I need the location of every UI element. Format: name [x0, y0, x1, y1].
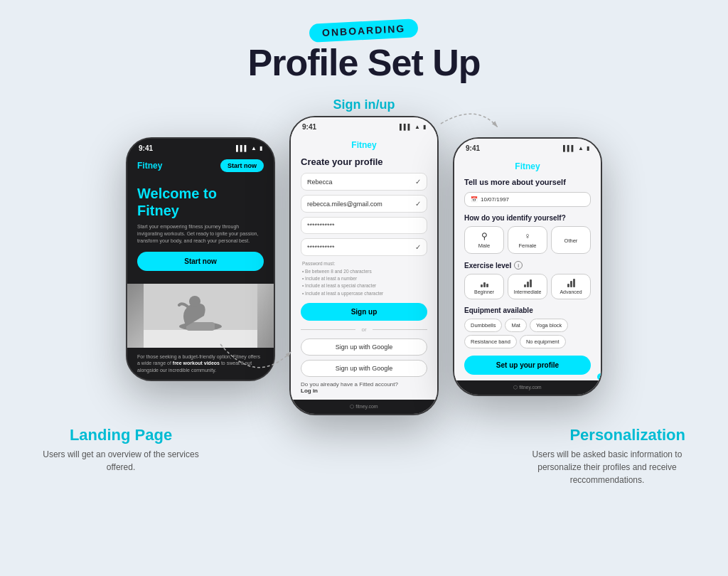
bar2: [483, 282, 486, 287]
phone2-body: Create your profile Rebecca ✓ rebecca.mi…: [291, 151, 437, 400]
phone2-footer: ⬡ fitney.com: [291, 400, 437, 414]
calendar-icon: 📅: [471, 196, 478, 203]
phone-personalization: 9:41 ▌▌▌ ▲ ▮ Fitney Tell us more about y…: [453, 137, 602, 396]
battery-icon: ▮: [259, 145, 262, 151]
phone1-status-icons: ▌▌▌ ▲ ▮: [236, 145, 262, 151]
signal-icon: ▌▌▌: [400, 124, 412, 130]
phone2-password2-field[interactable]: *********** ✓: [301, 238, 427, 256]
phone2-google-btn1[interactable]: Sign up with Google: [301, 338, 427, 356]
bar1: [481, 284, 483, 287]
phone1-cta-btn[interactable]: Start now: [137, 252, 264, 271]
personalization-desc: Users will be asked basic information to…: [529, 448, 685, 486]
equip-yoga-block[interactable]: Yoga block: [530, 319, 568, 332]
onboarding-badge: ONBOARDING: [309, 18, 419, 43]
phone1-desc: Start your empowering fitness journey th…: [137, 223, 264, 244]
phone3-date-input[interactable]: 📅 10/07/1997: [464, 192, 591, 207]
phone-signup: 9:41 ▌▌▌ ▲ ▮ Fitney Create your profile …: [289, 116, 439, 415]
phone3-title: Tell us more about yourself: [464, 178, 591, 186]
advanced-bars: [555, 279, 587, 287]
phone1-logo: Fitney: [137, 161, 162, 171]
level-advanced-btn[interactable]: Advanced: [551, 274, 591, 299]
gender-section-title: How do you identify yourself?: [464, 214, 591, 222]
male-icon: ⚲: [468, 231, 500, 241]
personalization-label: Personalization Users will be asked basi…: [529, 426, 685, 486]
battery-icon: ▮: [587, 145, 589, 151]
svg-point-4: [189, 296, 200, 307]
phone-landing: 9:41 ▌▌▌ ▲ ▮ Fitney Start now Welcome to…: [126, 137, 275, 381]
phone2-login-prompt: Do you already have a Fitted account? Lo…: [301, 381, 427, 394]
signal-icon: ▌▌▌: [563, 145, 575, 151]
blue-dot: [597, 373, 602, 380]
level-buttons: Beginner Intermediate: [464, 274, 591, 299]
equipment-title: Equipment available: [464, 306, 591, 314]
phone2-logo: Fitney: [351, 140, 376, 150]
phone1-status-bar: 9:41 ▌▌▌ ▲ ▮: [127, 139, 274, 155]
battery-icon: ▮: [423, 124, 426, 130]
phone1-nav: Fitney Start now: [127, 155, 274, 176]
phone2-title: Create your profile: [301, 156, 427, 167]
workout-image: [144, 284, 257, 348]
check-icon: ✓: [415, 178, 421, 186]
bar3: [486, 284, 488, 287]
sign-in-label: Sign in/up: [0, 97, 728, 112]
level-intermediate-btn[interactable]: Intermediate: [508, 274, 547, 299]
wifi-icon: ▲: [251, 145, 257, 151]
bar1: [567, 284, 569, 287]
phone3-time: 9:41: [466, 144, 480, 152]
personalization-title: Personalization: [529, 426, 685, 444]
phone1-welcome-heading: Welcome to Fitney: [137, 185, 264, 219]
info-icon[interactable]: i: [514, 261, 523, 270]
landing-desc: Users will get an overview of the servic…: [43, 448, 199, 474]
setup-profile-btn[interactable]: Set up your profile: [464, 356, 591, 375]
exercise-level-title: Exercise level i: [464, 261, 591, 270]
phone2-password1-field[interactable]: ***********: [301, 217, 427, 234]
equipment-pills: Dumbbells Mat Yoga block Resistance band…: [464, 319, 591, 348]
level-beginner-btn[interactable]: Beginner: [464, 274, 504, 299]
signal-icon: ▌▌▌: [236, 145, 248, 151]
landing-title: Landing Page: [43, 426, 199, 444]
phone2-time: 9:41: [302, 123, 316, 131]
wifi-icon: ▲: [414, 124, 420, 130]
phone2-google-btn2[interactable]: Sign up with Google: [301, 360, 427, 377]
gender-buttons: ⚲ Male ♀ Female Other: [464, 226, 591, 254]
sign-in-section-label: Sign in/up: [0, 97, 728, 112]
phone2-email-field[interactable]: rebecca.miles@gmail.com ✓: [301, 195, 427, 213]
wifi-icon: ▲: [578, 145, 584, 151]
bar2: [527, 282, 529, 287]
password-requirements: Password must: • Be between 8 and 20 cha…: [301, 260, 427, 297]
check-icon-2: ✓: [415, 200, 421, 208]
phone1-time: 9:41: [139, 144, 153, 152]
gender-other-btn[interactable]: Other: [551, 226, 591, 254]
beginner-bars: [468, 279, 500, 287]
check-icon-3: ✓: [415, 243, 421, 251]
equip-resistance-band[interactable]: Resistance band: [464, 335, 517, 348]
gender-male-btn[interactable]: ⚲ Male: [464, 226, 504, 254]
phone3-body: Tell us more about yourself 📅 10/07/1997…: [454, 172, 601, 380]
bar3: [530, 279, 532, 287]
phone1-footer: For those seeking a budget-friendly opti…: [127, 348, 274, 380]
bar1: [524, 284, 526, 287]
phone3-status-bar: 9:41 ▌▌▌ ▲ ▮: [454, 139, 601, 155]
page-title: Profile Set Up: [0, 43, 728, 83]
female-icon: ♀: [511, 231, 544, 241]
phone1-hero: Welcome to Fitney Start your empowering …: [127, 176, 274, 283]
phone2-header: Fitney: [291, 134, 437, 151]
phone3-footer: ⬡ fitney.com: [454, 380, 601, 395]
bottom-labels: Landing Page Users will get an overview …: [0, 415, 728, 486]
equip-no-equipment[interactable]: No equipment: [520, 335, 566, 348]
equip-mat[interactable]: Mat: [505, 319, 527, 332]
phone2-signup-btn[interactable]: Sign up: [301, 303, 427, 321]
phone1-start-btn[interactable]: Start now: [220, 159, 264, 172]
phone3-status-icons: ▌▌▌ ▲ ▮: [563, 145, 589, 151]
phone2-status-bar: 9:41 ▌▌▌ ▲ ▮: [291, 117, 437, 134]
phone2-name-field[interactable]: Rebecca ✓: [301, 173, 427, 191]
bar3: [573, 279, 575, 287]
intermediate-bars: [511, 279, 544, 287]
phone1-image: [127, 284, 274, 348]
gender-female-btn[interactable]: ♀ Female: [508, 226, 547, 254]
svg-rect-1: [144, 330, 257, 348]
phone3-header: Fitney: [454, 155, 601, 172]
page-header: ONBOARDING Profile Set Up: [0, 0, 728, 97]
equip-dumbbells[interactable]: Dumbbells: [464, 319, 502, 332]
bar2: [570, 281, 572, 287]
